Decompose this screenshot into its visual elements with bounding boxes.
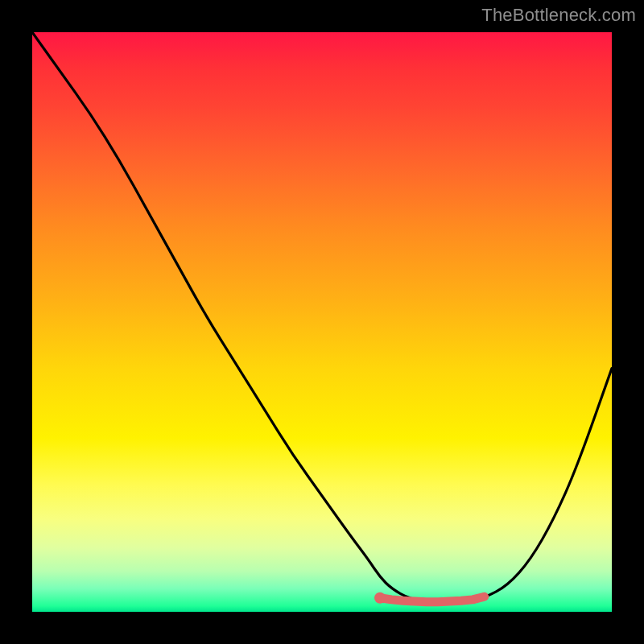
watermark-text: TheBottleneck.com xyxy=(481,5,636,26)
bottleneck-curve xyxy=(32,32,612,602)
valley-end-dot xyxy=(481,592,489,601)
plot-area xyxy=(32,32,612,612)
chart-frame: TheBottleneck.com xyxy=(0,0,644,644)
curve-layer xyxy=(32,32,612,612)
valley-band xyxy=(380,597,485,601)
valley-markers xyxy=(374,592,489,604)
valley-start-dot xyxy=(374,592,386,604)
